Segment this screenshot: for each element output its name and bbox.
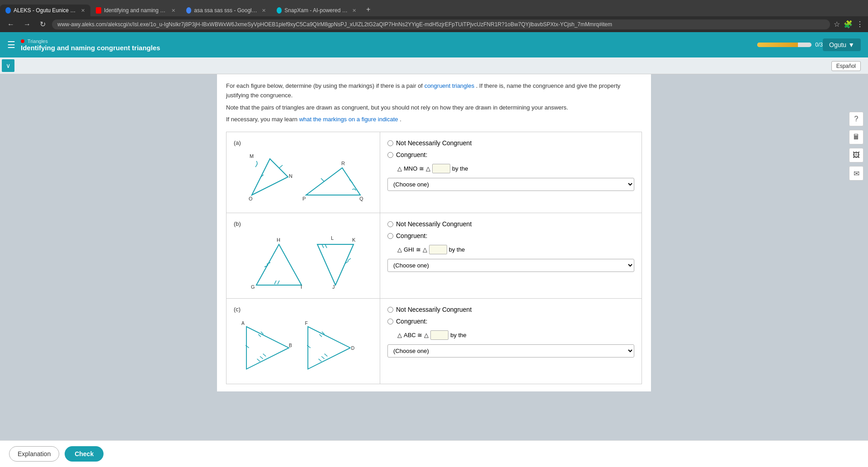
- tab-google-close[interactable]: ✕: [262, 8, 266, 14]
- svg-text:R: R: [341, 161, 345, 166]
- congruent-triangles-link[interactable]: congruent triangles: [425, 82, 475, 89]
- svg-line-15: [274, 281, 276, 284]
- new-tab-button[interactable]: +: [362, 3, 375, 16]
- figure-b-svg: H G I L: [234, 231, 369, 290]
- svg-line-40: [319, 359, 322, 362]
- instructions-line3-end: .: [400, 116, 401, 123]
- problem-figure-a: (a) M N O: [226, 132, 380, 213]
- tab-google[interactable]: asa ssa sas sss - Google Sear... ✕: [181, 5, 271, 16]
- tab-youtube[interactable]: Identifying and naming congr... ✕: [90, 5, 181, 16]
- espanol-button[interactable]: Español: [831, 61, 861, 71]
- radio-not-congruent-c[interactable]: Not Necessarily Congruent: [387, 306, 634, 313]
- radio-congruent-input-b[interactable]: [387, 233, 393, 239]
- problem-answer-c: Not Necessarily Congruent Congruent: △ A…: [380, 299, 642, 384]
- progress-area: 0/3: [757, 42, 823, 48]
- radio-group-a: Not Necessarily Congruent Congruent:: [387, 139, 634, 158]
- mail-icon[interactable]: ✉: [849, 166, 863, 181]
- tab-snapxam-close[interactable]: ✕: [352, 8, 356, 14]
- radio-congruent-c[interactable]: Congruent:: [387, 318, 634, 325]
- question-container: For each figure below, determine (by usi…: [217, 74, 651, 391]
- instructions-line3-start: If necessary, you may learn: [226, 116, 297, 123]
- tab-youtube-close[interactable]: ✕: [171, 8, 175, 14]
- radio-not-congruent-input-c[interactable]: [387, 307, 393, 313]
- header-title-area: Triangles Identifying and naming congrue…: [21, 38, 757, 52]
- congruence-input-b[interactable]: [429, 245, 447, 254]
- radio-not-congruent-input-a[interactable]: [387, 140, 393, 146]
- progress-text: 0/3: [815, 42, 823, 48]
- svg-marker-37: [308, 327, 350, 369]
- collapse-button[interactable]: ∨: [2, 59, 14, 72]
- property-dropdown-a[interactable]: (Choose one) SSS SAS ASA AAS HL: [387, 178, 634, 191]
- svg-marker-6: [306, 168, 360, 195]
- svg-text:J: J: [332, 284, 335, 290]
- radio-congruent-input-c[interactable]: [387, 319, 393, 324]
- svg-marker-28: [246, 327, 289, 369]
- svg-line-7: [321, 178, 324, 181]
- svg-marker-20: [317, 244, 354, 285]
- radio-not-congruent-input-b[interactable]: [387, 221, 393, 227]
- tab-aleks[interactable]: ALEKS - Ogutu Eunice - Learn ✕: [0, 5, 90, 16]
- triangle-symbol2-c: △: [424, 332, 429, 338]
- sidebar-icons: ? 🖩 🖼 ✉: [849, 112, 863, 181]
- problem-row-a: (a) M N O: [226, 132, 642, 213]
- forward-button[interactable]: →: [21, 19, 33, 29]
- check-button[interactable]: Check: [65, 446, 104, 462]
- triangle-symbol-a: △: [397, 165, 402, 172]
- aleks-header: ☰ Triangles Identifying and naming congr…: [0, 32, 868, 57]
- content-area: ∨ Español For each figure below, determi…: [0, 57, 868, 465]
- calculator-icon[interactable]: 🖩: [849, 130, 863, 144]
- not-congruent-label-c: Not Necessarily Congruent: [396, 306, 472, 313]
- bookmark-icon[interactable]: ☆: [834, 20, 840, 29]
- congruent-label-c: Congruent:: [396, 318, 427, 325]
- image-icon[interactable]: 🖼: [849, 148, 863, 162]
- svg-line-32: [260, 357, 263, 359]
- problem-label-a: (a): [234, 139, 373, 146]
- svg-text:G: G: [251, 284, 255, 290]
- markings-link[interactable]: what the markings on a figure indicate: [299, 116, 398, 123]
- user-button[interactable]: Ogutu ▼: [823, 38, 861, 51]
- svg-text:H: H: [277, 237, 280, 243]
- congruence-input-c[interactable]: [430, 330, 448, 340]
- radio-congruent-b[interactable]: Congruent:: [387, 232, 634, 239]
- radio-not-congruent-a[interactable]: Not Necessarily Congruent: [387, 139, 634, 147]
- figure-a-svg: M N O R P: [234, 150, 369, 204]
- radio-group-b: Not Necessarily Congruent Congruent:: [387, 220, 634, 239]
- youtube-favicon: [96, 7, 101, 14]
- svg-line-8: [349, 180, 353, 183]
- svg-line-33: [263, 354, 266, 357]
- radio-congruent-input-a[interactable]: [387, 152, 393, 158]
- tab-snapxam-label: SnapXam - AI-powered Math T...: [284, 7, 348, 14]
- congruence-input-a[interactable]: [432, 164, 450, 173]
- svg-line-24: [348, 258, 351, 261]
- back-button[interactable]: ←: [5, 19, 17, 29]
- extensions-icon[interactable]: 🧩: [844, 20, 853, 29]
- page-title: Identifying and naming congruent triangl…: [21, 44, 757, 52]
- svg-text:Q: Q: [359, 196, 363, 201]
- not-congruent-label-b: Not Necessarily Congruent: [396, 220, 472, 228]
- reload-button[interactable]: ↻: [37, 19, 48, 29]
- problem-answer-a: Not Necessarily Congruent Congruent: △ M…: [380, 132, 642, 213]
- red-dot-icon: [21, 39, 24, 43]
- property-dropdown-b[interactable]: (Choose one) SSS SAS ASA AAS HL: [387, 259, 634, 272]
- svg-marker-12: [256, 244, 302, 285]
- radio-not-congruent-b[interactable]: Not Necessarily Congruent: [387, 220, 634, 228]
- property-dropdown-c[interactable]: (Choose one) SSS SAS ASA AAS HL: [387, 344, 634, 357]
- question-mark-button[interactable]: ?: [849, 112, 863, 126]
- address-bar[interactable]: [52, 19, 830, 29]
- svg-text:K: K: [352, 237, 356, 243]
- explanation-button[interactable]: Explanation: [9, 446, 59, 462]
- congruence-stmt-a: △ MNO ≅ △ by the: [397, 164, 634, 173]
- hamburger-menu[interactable]: ☰: [7, 39, 15, 50]
- congruence-stmt-b: △ GHI ≅ △ by the: [397, 245, 634, 254]
- svg-text:P: P: [302, 196, 306, 201]
- tab-google-label: asa ssa sas sss - Google Sear...: [194, 7, 257, 14]
- tab-snapxam[interactable]: SnapXam - AI-powered Math T... ✕: [271, 5, 362, 16]
- svg-line-22: [325, 244, 327, 248]
- radio-congruent-a[interactable]: Congruent:: [387, 151, 634, 158]
- not-congruent-label-a: Not Necessarily Congruent: [396, 139, 472, 147]
- svg-text:O: O: [249, 196, 253, 201]
- progress-fill: [757, 43, 798, 47]
- menu-icon[interactable]: ⋮: [856, 20, 863, 29]
- tab-youtube-label: Identifying and naming congr...: [104, 7, 167, 14]
- tab-aleks-close[interactable]: ✕: [81, 8, 85, 14]
